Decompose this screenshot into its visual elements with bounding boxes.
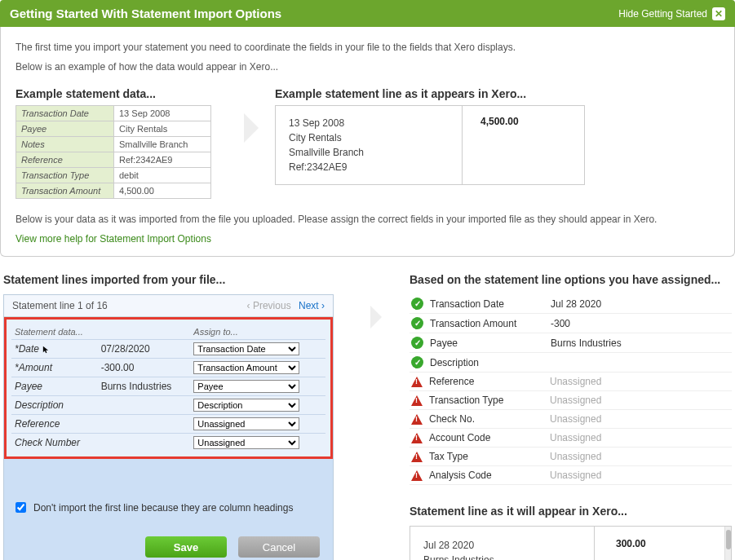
row-label: Description — [11, 396, 98, 415]
right-section-title: Based on the statement line options you … — [410, 273, 732, 286]
scrollbar[interactable] — [724, 527, 731, 560]
assign-select-payee[interactable]: Payee — [193, 380, 299, 393]
save-button[interactable]: Save — [145, 536, 227, 558]
row-label: *Date — [11, 340, 98, 359]
example-statement-table: Transaction Date13 Sep 2008 PayeeCity Re… — [15, 105, 211, 199]
getting-started-banner: Getting Started With Statement Import Op… — [0, 0, 735, 27]
assign-select-check[interactable]: Unassigned — [193, 436, 299, 449]
arrow-icon — [244, 113, 259, 143]
appear-title: Statement line as it will appear in Xero… — [410, 505, 732, 518]
row-value — [98, 396, 191, 415]
ex-value: 13 Sep 2008 — [114, 106, 211, 121]
appear-box: Jul 28 2020 Burns Industries 300.00 — [410, 526, 732, 560]
warning-icon — [411, 377, 423, 387]
col-assign-to: Assign to... — [190, 324, 325, 340]
statement-line-info: Statement line 1 of 16 — [12, 300, 108, 311]
appear-payee: Burns Industries — [423, 553, 581, 560]
row-value: -300.00 — [98, 359, 191, 377]
arrow-icon — [370, 306, 382, 329]
ex-value: 4,500.00 — [114, 183, 211, 199]
warning-icon — [411, 452, 423, 462]
row-label: *Amount — [11, 359, 98, 377]
next-link[interactable]: Next › — [299, 300, 325, 311]
cursor-icon — [42, 346, 51, 354]
example-right-title: Example statement line as it appears in … — [275, 87, 585, 100]
col-statement-data: Statement data... — [11, 324, 190, 340]
ex-label: Transaction Type — [16, 168, 114, 183]
intro-paragraph-2: Below is an example of how the data woul… — [15, 61, 720, 73]
check-icon: ✓ — [411, 317, 423, 329]
xero-ref: Ref:2342AE9 — [289, 160, 449, 174]
check-icon: ✓ — [411, 356, 423, 368]
statement-footer: Don't import the first line because they… — [4, 459, 333, 527]
ex-value: Smallville Branch — [114, 137, 211, 152]
left-section-title: Statement lines imported from your file.… — [3, 273, 346, 286]
warning-icon — [411, 470, 423, 481]
prev-link[interactable]: ‹ Previous — [247, 300, 291, 311]
xero-example-box: 13 Sep 2008 City Rentals Smallville Bran… — [275, 105, 585, 185]
check-icon: ✓ — [411, 298, 423, 310]
xero-date: 13 Sep 2008 — [289, 116, 449, 130]
example-row: Example statement data... Transaction Da… — [15, 81, 720, 199]
cancel-button[interactable]: Cancel — [238, 536, 320, 558]
ex-label: Notes — [16, 137, 114, 152]
appear-date: Jul 28 2020 — [423, 538, 581, 553]
skip-first-line-label[interactable]: Don't import the first line because they… — [12, 500, 325, 515]
warning-icon — [411, 414, 423, 425]
row-value — [98, 415, 191, 434]
statement-panel: Statement line 1 of 16 ‹ Previous Next ›… — [3, 294, 334, 560]
ex-label: Transaction Date — [16, 106, 114, 121]
statement-body: Statement data... Assign to... *Date 07/… — [4, 317, 333, 459]
intro-paragraph-3: Below is your data as it was imported fr… — [15, 214, 720, 225]
xero-payee: City Rentals — [289, 130, 449, 145]
ex-label: Payee — [16, 121, 114, 137]
help-link[interactable]: View more help for Statement Import Opti… — [15, 233, 211, 245]
row-label: Check Number — [11, 434, 98, 452]
ex-label: Reference — [16, 152, 114, 168]
assign-select-date[interactable]: Transaction Date — [193, 342, 299, 355]
hide-label: Hide Getting Started — [618, 8, 707, 20]
appear-amount: 300.00 — [594, 527, 724, 560]
row-label: Reference — [11, 415, 98, 434]
check-icon: ✓ — [411, 337, 423, 349]
xero-amount: 4,500.00 — [462, 106, 584, 184]
ex-value: debit — [114, 168, 211, 183]
statement-header: Statement line 1 of 16 ‹ Previous Next › — [4, 295, 333, 317]
row-label: Payee — [11, 377, 98, 396]
row-value: Burns Industries — [98, 377, 191, 396]
row-value — [98, 434, 191, 452]
assign-select-amount[interactable]: Transaction Amount — [193, 361, 299, 374]
hide-getting-started-button[interactable]: Hide Getting Started ✕ — [618, 7, 725, 20]
warning-icon — [411, 395, 423, 406]
row-value: 07/28/2020 — [98, 340, 191, 359]
ex-label: Transaction Amount — [16, 183, 114, 199]
intro-paragraph-1: The first time you import your statement… — [15, 42, 720, 53]
banner-title: Getting Started With Statement Import Op… — [10, 7, 281, 20]
assign-select-reference[interactable]: Unassigned — [193, 417, 299, 430]
skip-first-line-checkbox[interactable] — [15, 502, 26, 513]
scrollbar-thumb[interactable] — [726, 530, 731, 549]
assignment-summary-list: ✓Transaction DateJul 28 2020 ✓Transactio… — [410, 294, 732, 485]
ex-value: Ref:2342AE9 — [114, 152, 211, 168]
warning-icon — [411, 433, 423, 443]
example-left-title: Example statement data... — [15, 87, 228, 100]
xero-notes: Smallville Branch — [289, 145, 449, 160]
getting-started-panel: The first time you import your statement… — [0, 27, 735, 257]
ex-value: City Rentals — [114, 121, 211, 137]
assign-select-description[interactable]: Description — [193, 399, 299, 412]
close-icon[interactable]: ✕ — [712, 7, 725, 20]
